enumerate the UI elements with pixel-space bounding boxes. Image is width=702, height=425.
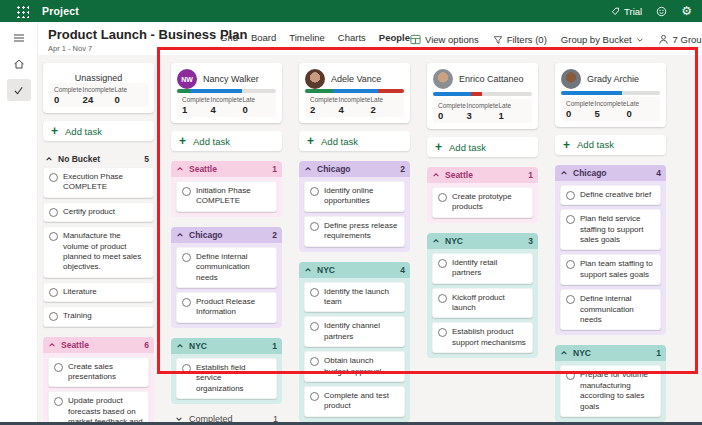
task-complete-circle[interactable] [566,215,575,224]
person-header-card[interactable]: Adele VanceComplete2Incomplete4Late2 [299,63,410,123]
trial-badge[interactable]: Trial [611,6,642,17]
task-card[interactable]: Create prototype products [432,187,533,218]
hamburger-menu-icon[interactable] [7,27,31,49]
tab-charts[interactable]: Charts [338,32,366,49]
task-complete-circle[interactable] [49,208,58,217]
tab-people[interactable]: People [379,32,410,49]
task-complete-circle[interactable] [310,288,319,297]
task-complete-circle[interactable] [310,392,319,401]
add-task-button[interactable]: +Add task [43,121,154,141]
task-complete-circle[interactable] [438,294,447,303]
chevron-down-icon [175,415,183,422]
app-launcher-icon[interactable] [16,5,29,18]
task-card[interactable]: Identify channel partners [304,316,405,347]
task-complete-circle[interactable] [566,260,575,269]
completed-group-row[interactable]: Completed1 [171,414,282,422]
bucket-header[interactable]: NYC1 [171,338,282,354]
task-complete-circle[interactable] [310,187,319,196]
task-complete-circle[interactable] [310,222,319,231]
person-header-card[interactable]: Enrico CattaneoComplete0Incomplete3Late1 [427,63,538,129]
bucket-header[interactable]: NYC3 [427,233,538,249]
task-complete-circle[interactable] [310,322,319,331]
person-header-card[interactable]: UnassignedComplete0Incomplete24Late0 [43,63,154,113]
task-complete-circle[interactable] [566,191,575,200]
task-card[interactable]: Create sales presentations [48,357,149,388]
task-complete-circle[interactable] [182,298,191,307]
group-members-button[interactable]: 7 Group members [658,34,702,45]
task-title: Execution Phase COMPLETE [63,172,148,193]
task-complete-circle[interactable] [54,363,63,372]
task-complete-circle[interactable] [182,187,191,196]
bucket-header[interactable]: Seattle6 [43,337,154,353]
tab-timeline[interactable]: Timeline [289,32,325,49]
task-card[interactable]: Execution Phase COMPLETE [43,167,154,198]
bucket-nyc: NYC4Identify the launch teamIdentify cha… [299,262,410,422]
task-card[interactable]: Certify product [43,202,154,222]
task-card[interactable]: Manufacture the volume of product planne… [43,226,154,278]
task-complete-circle[interactable] [310,357,319,366]
task-card[interactable]: Update product forecasts based on market… [48,391,149,422]
add-task-button[interactable]: +Add task [555,135,666,155]
bucket-header[interactable]: Seattle1 [171,161,282,177]
task-complete-circle[interactable] [182,364,191,373]
home-icon[interactable] [7,53,31,75]
task-complete-circle[interactable] [438,328,447,337]
stat-label-incomplete: Incomplete [211,96,243,103]
task-title: Create prototype products [452,192,527,213]
tab-grid[interactable]: Grid [220,32,238,49]
task-card[interactable]: Define creative brief [560,185,661,205]
group-by-button[interactable]: Group by Bucket [561,34,644,45]
task-complete-circle[interactable] [54,397,63,406]
feedback-smiley-icon[interactable] [656,6,667,17]
task-complete-circle[interactable] [49,288,58,297]
task-card[interactable]: Plan team staffing to support sales goal… [560,254,661,285]
person-header-card[interactable]: NWNancy WalkerComplete1Incomplete4Late0 [171,63,282,123]
page-header: Product Launch - Business Plan Apr 1 - N… [38,22,702,55]
task-card[interactable]: Define internal communication needs [176,247,277,288]
add-task-button[interactable]: +Add task [171,131,282,151]
add-task-button[interactable]: +Add task [427,137,538,157]
filters-button[interactable]: Filters (0) [493,34,547,45]
task-complete-circle[interactable] [49,232,58,241]
task-card[interactable]: Establish product support mechanisms [432,322,533,353]
task-complete-circle[interactable] [438,193,447,202]
task-card[interactable]: Obtain launch budget approval [304,351,405,382]
add-task-button[interactable]: +Add task [299,131,410,151]
task-card[interactable]: Plan field service staffing to support s… [560,209,661,250]
task-card[interactable]: Product Release Information [176,292,277,323]
task-card[interactable]: Identify the launch team [304,282,405,313]
tab-board[interactable]: Board [251,32,276,49]
task-card[interactable]: Literature [43,282,154,302]
task-card[interactable]: Training [43,306,154,326]
task-card[interactable]: Kickoff product launch [432,288,533,319]
tasks-check-icon[interactable] [7,79,31,101]
bucket-header[interactable]: Chicago2 [299,161,410,177]
task-card[interactable]: Initiation Phase COMPLETE [176,181,277,212]
task-card[interactable]: Complete and test product [304,386,405,417]
bucket-header[interactable]: NYC4 [299,262,410,278]
bucket-header[interactable]: Seattle1 [427,167,538,183]
task-card[interactable]: Define press release requirements [304,216,405,247]
task-complete-circle[interactable] [49,312,58,321]
task-title: Kickoff product launch [452,293,527,314]
task-card[interactable]: Identify online opportunities [304,181,405,212]
add-task-label: Add task [193,136,230,147]
task-complete-circle[interactable] [49,173,58,182]
task-complete-circle[interactable] [566,371,575,380]
bucket-body: Prepare for volume manufacturing accordi… [555,361,666,422]
bucket-header[interactable]: No Bucket5 [43,151,154,167]
task-card[interactable]: Define internal communication needs [560,289,661,330]
app-bar-right: Trial ⚙ [611,5,692,17]
bucket-header[interactable]: NYC1 [555,345,666,361]
bucket-header[interactable]: Chicago4 [555,165,666,181]
task-card[interactable]: Prepare for volume manufacturing accordi… [560,365,661,417]
task-card[interactable]: Identify retail partners [432,253,533,284]
task-complete-circle[interactable] [182,253,191,262]
task-complete-circle[interactable] [438,259,447,268]
person-header-card[interactable]: Grady ArchieComplete0Incomplete5Late0 [555,63,666,127]
bucket-header[interactable]: Chicago2 [171,227,282,243]
settings-gear-icon[interactable]: ⚙ [681,5,692,17]
task-complete-circle[interactable] [566,295,575,304]
view-options-button[interactable]: View options [410,34,479,45]
task-card[interactable]: Establish field service organizations [176,358,277,399]
